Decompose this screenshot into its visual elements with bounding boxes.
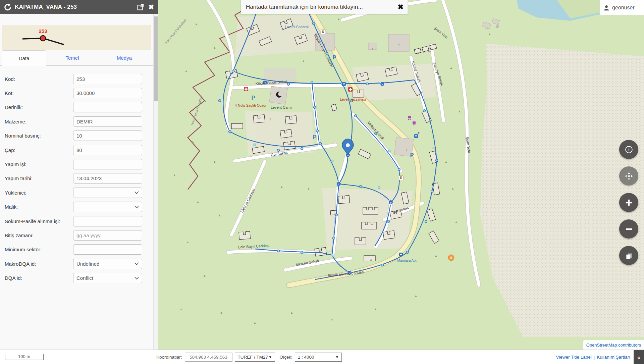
form-row: Nominal basınç:: [0, 129, 153, 143]
tab-temel[interactable]: Temel: [46, 50, 98, 65]
map-controls: [619, 140, 638, 272]
malzeme-input[interactable]: [73, 116, 142, 127]
svg-text:Levent Camii: Levent Camii: [271, 105, 292, 109]
nominal-basinc-input[interactable]: [73, 131, 142, 141]
dropdown-arrow-icon: ▼: [335, 355, 339, 359]
scale-select[interactable]: 1 : 4000 ▼: [295, 353, 342, 362]
select-value: Undefined: [76, 261, 99, 267]
coordinates-label: Koordinatlar:: [156, 355, 182, 360]
form-row: MakroDQA id: Undefined: [0, 257, 153, 271]
svg-text:52: 52: [432, 146, 435, 150]
svg-text:Levent Caddesi: Levent Caddesi: [285, 25, 309, 29]
field-label: Minimum sektör:: [5, 247, 73, 252]
layers-icon: [625, 251, 633, 260]
field-label: Yapım işi:: [5, 161, 73, 167]
osm-attribution-link[interactable]: OpenStreetMap contributors: [586, 343, 641, 348]
info-icon: [625, 145, 633, 154]
field-label: Kod:: [5, 76, 73, 82]
kot-input[interactable]: [73, 88, 142, 98]
svg-text:16: 16: [485, 28, 488, 31]
panel-header: KAPATMA_VANA - 253 ✖: [0, 0, 158, 14]
bitis-zamani-input[interactable]: [73, 230, 142, 241]
popout-icon[interactable]: [137, 4, 144, 11]
field-label: Bitiş zamanı:: [5, 232, 73, 238]
feature-id-label: 253: [39, 28, 47, 34]
field-label: DQA id:: [5, 275, 73, 281]
derinlik-input[interactable]: [73, 102, 142, 112]
form-row: Kod:: [0, 72, 153, 86]
collapse-statusbar-button[interactable]: «: [634, 350, 644, 364]
plus-icon: [625, 198, 633, 207]
pharmacy-icon: [348, 87, 353, 92]
feature-panel: KAPATMA_VANA - 253 ✖ 253 Data Teme: [0, 0, 158, 350]
map-render: v v v v v v Kültür Caddesi Büyük Levent …: [158, 0, 644, 350]
kod-input[interactable]: [73, 74, 142, 84]
svg-text:4: 4: [398, 43, 399, 46]
pan-button[interactable]: [619, 166, 638, 186]
svg-text:P: P: [336, 182, 340, 188]
field-label: Nominal basınç:: [5, 133, 73, 139]
tab-medya[interactable]: Medya: [98, 50, 150, 65]
chevron-down-icon: [135, 206, 139, 208]
svg-text:P: P: [410, 152, 414, 158]
zoom-out-button[interactable]: [619, 219, 638, 239]
svg-text:6: 6: [370, 259, 372, 262]
field-label: Çap:: [5, 147, 73, 153]
user-menu[interactable]: geonuser: [600, 0, 644, 15]
minimum-sektor-input[interactable]: [73, 244, 142, 255]
pan-icon: [624, 171, 634, 181]
scale-label: Ölçek:: [280, 355, 292, 360]
svg-text:Levent Eczanesi: Levent Eczanesi: [340, 97, 366, 101]
attribute-form: Kod: Kot: Derinlik: Malzeme: Nominal bas…: [0, 72, 153, 285]
zoom-in-button[interactable]: [619, 193, 638, 212]
sokum-input[interactable]: [73, 216, 142, 226]
valve-glyph: v: [390, 201, 391, 204]
crs-value: TUREF / TM27: [238, 355, 268, 360]
dqa-select[interactable]: Conflict: [73, 273, 142, 283]
notification-text: Haritada tanımlamak için bir konuma tıkl…: [241, 4, 363, 10]
dropdown-arrow-icon: ▼: [269, 355, 272, 359]
footer-links: Viewer Title Label | Kullanım Şartları: [556, 355, 630, 360]
svg-text:P: P: [333, 55, 336, 60]
field-label: MakroDQA id:: [5, 261, 73, 267]
panel-scrollbar[interactable]: [153, 14, 158, 350]
malik-select[interactable]: [73, 202, 142, 212]
roundabout-icon: [448, 255, 454, 261]
map-canvas[interactable]: v v v v v v Kültür Caddesi Büyük Levent …: [158, 0, 644, 350]
yuklenici-select[interactable]: [73, 188, 142, 198]
coordinates-value[interactable]: [185, 353, 232, 362]
scrollbar-thumb[interactable]: [154, 16, 158, 101]
app-logo-icon: [4, 3, 12, 11]
form-row: Söküm-Pasife alınma işi:: [0, 214, 153, 228]
form-row: Yapım işi:: [0, 157, 153, 171]
crs-select[interactable]: TUREF / TM27 ▼: [235, 353, 275, 362]
form-row: DQA id: Conflict: [0, 271, 153, 285]
form-row: Kot:: [0, 86, 153, 100]
chevron-down-icon: [135, 277, 139, 279]
layers-button[interactable]: [619, 246, 638, 265]
health-icon: [244, 87, 248, 91]
tab-data[interactable]: Data: [2, 50, 46, 66]
panel-close-icon[interactable]: ✖: [148, 4, 154, 10]
svg-text:R: R: [322, 30, 324, 34]
info-button[interactable]: [619, 140, 638, 159]
map-scale-bar: 100 m: [5, 354, 44, 360]
cap-input[interactable]: [73, 145, 142, 155]
svg-text:Marmara Apt: Marmara Apt: [397, 259, 416, 262]
form-row: Minimum sektör:: [0, 243, 153, 257]
map-notification: Haritada tanımlamak için bir konuma tıkl…: [241, 0, 408, 14]
minus-icon: [625, 225, 633, 233]
chevron-down-icon: [135, 191, 139, 194]
viewer-title-link[interactable]: Viewer Title Label: [556, 355, 591, 360]
terms-link[interactable]: Kullanım Şartları: [597, 355, 630, 360]
chevron-down-icon: [135, 262, 139, 265]
map-attribution: OpenStreetMap contributors: [583, 340, 644, 350]
yapim-tarihi-input[interactable]: [73, 173, 142, 184]
svg-text:R: R: [400, 176, 402, 180]
svg-text:2: 2: [372, 48, 373, 51]
feature-preview: 253: [2, 25, 151, 50]
yapim-isi-input[interactable]: [73, 159, 142, 169]
notification-close-icon[interactable]: ✖: [393, 3, 408, 11]
makrodqa-select[interactable]: Undefined: [73, 259, 142, 269]
field-label: Kot:: [5, 90, 73, 96]
